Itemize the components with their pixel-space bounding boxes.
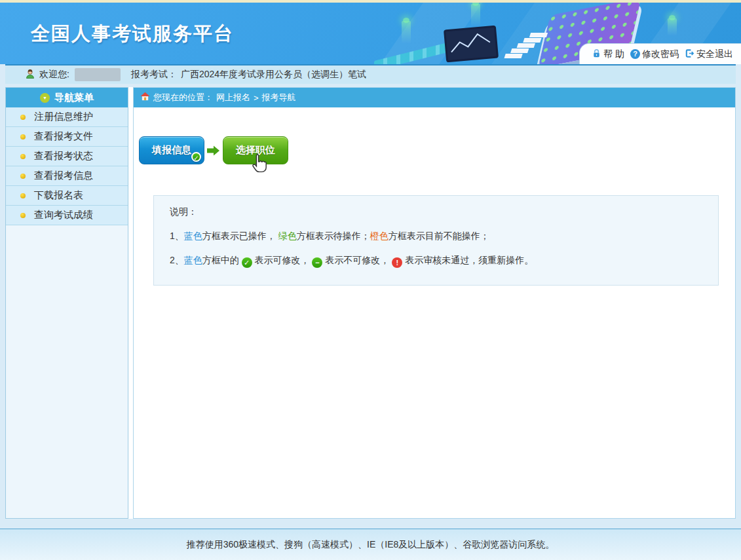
notice-text-segment: 蓝色 bbox=[184, 255, 202, 265]
change-password-label: 修改密码 bbox=[642, 48, 679, 60]
step-fill-info-label: 填报信息 bbox=[152, 144, 191, 155]
notice-text-segment: 表示可修改， bbox=[252, 255, 313, 265]
sidebar-item-view-exam-status[interactable]: 查看报考状态 bbox=[6, 147, 128, 166]
exit-icon bbox=[685, 48, 694, 60]
notice-line: 2、蓝色方框中的 表示可修改， 表示不可修改， 表示审核未通过，须重新操作。 bbox=[170, 253, 702, 268]
sidebar-item-register-info[interactable]: 注册信息维护 bbox=[6, 107, 128, 127]
footer: 推荐使用360极速模式、搜狗（高速模式）、IE（IE8及以上版本）、谷歌浏览器访… bbox=[0, 529, 741, 560]
question-circle-icon bbox=[630, 49, 640, 59]
exam-name: 广西2024年度考试录用公务员（选调生）笔试 bbox=[181, 69, 366, 81]
sidebar-item-label: 查看报考信息 bbox=[34, 170, 93, 182]
top-links-bar: 帮 助 修改密码 安全退出 bbox=[579, 43, 741, 64]
page-title: 全国人事考试服务平台 bbox=[31, 21, 234, 47]
breadcrumb-separator: > bbox=[254, 93, 259, 103]
sidebar-empty-area bbox=[6, 225, 128, 518]
notice-text-segment: 方框表示目前不能操作； bbox=[389, 231, 489, 241]
notice-text-segment: 表示审核未通过，须重新操作。 bbox=[402, 255, 533, 265]
dot-icon bbox=[20, 115, 26, 120]
welcome-greeting: 欢迎您: bbox=[39, 69, 69, 81]
logout-label: 安全退出 bbox=[696, 48, 733, 60]
hand-cursor-icon bbox=[250, 153, 269, 175]
sidebar-item-query-scores[interactable]: 查询考试成绩 bbox=[6, 206, 128, 225]
home-icon bbox=[140, 92, 150, 103]
chevron-down-circle-icon bbox=[40, 93, 50, 103]
breadcrumb: 您现在的位置： 网上报名 > 报考导航 bbox=[134, 88, 735, 107]
sidebar-title: 导航菜单 bbox=[54, 92, 94, 104]
footer-text: 推荐使用360极速模式、搜狗（高速模式）、IE（IE8及以上版本）、谷歌浏览器访… bbox=[187, 539, 555, 550]
step-fill-info-button[interactable]: 填报信息 bbox=[139, 136, 204, 164]
middle-region: 导航菜单 注册信息维护 查看报考文件 查看报考状态 查看报考信息 下载报名表 查… bbox=[5, 87, 736, 519]
step-select-position-button[interactable]: 选择职位 bbox=[223, 136, 288, 164]
illus-pillar bbox=[668, 18, 677, 35]
minus-circle-icon bbox=[312, 257, 322, 268]
alert-circle-icon bbox=[392, 257, 402, 268]
notice-text-segment: 方框中的 bbox=[202, 255, 242, 265]
person-icon bbox=[25, 69, 35, 81]
dot-icon bbox=[20, 134, 26, 140]
sidebar-item-view-exam-info[interactable]: 查看报考信息 bbox=[6, 166, 128, 186]
check-circle-icon bbox=[191, 152, 201, 162]
exam-label: 报考考试： bbox=[131, 69, 177, 81]
page: 全国人事考试服务平台 帮 助 bbox=[0, 0, 741, 560]
illus-pillar bbox=[471, 4, 480, 26]
header: 全国人事考试服务平台 帮 助 bbox=[0, 3, 741, 64]
sidebar: 导航菜单 注册信息维护 查看报考文件 查看报考状态 查看报考信息 下载报名表 查… bbox=[5, 87, 128, 519]
sidebar-item-label: 查询考试成绩 bbox=[34, 209, 93, 221]
user-name-redacted bbox=[75, 68, 121, 81]
change-password-link[interactable]: 修改密码 bbox=[630, 48, 679, 60]
help-label: 帮 助 bbox=[603, 48, 624, 60]
sidebar-item-view-exam-files[interactable]: 查看报考文件 bbox=[6, 127, 128, 147]
notice-box: 说明： 1、蓝色方框表示已操作， 绿色方框表示待操作；橙色方框表示目前不能操作；… bbox=[153, 195, 719, 286]
illus-monitor bbox=[444, 26, 499, 63]
dot-icon bbox=[20, 213, 26, 218]
notice-heading: 说明： bbox=[170, 205, 702, 218]
arrow-right-icon bbox=[207, 145, 220, 157]
breadcrumb-prefix: 您现在的位置： bbox=[153, 92, 213, 103]
sidebar-item-download-form[interactable]: 下载报名表 bbox=[6, 186, 128, 206]
notice-lines: 1、蓝色方框表示已操作， 绿色方框表示待操作；橙色方框表示目前不能操作；2、蓝色… bbox=[170, 229, 702, 268]
dot-icon bbox=[20, 174, 26, 179]
notice-text-segment: 方框表示已操作， bbox=[202, 231, 278, 241]
sidebar-header: 导航菜单 bbox=[6, 88, 128, 107]
lock-icon bbox=[592, 48, 601, 60]
notice-text-segment: 1、 bbox=[170, 231, 184, 241]
sidebar-content-divider bbox=[128, 87, 133, 519]
dot-icon bbox=[20, 193, 26, 198]
welcome-bar: 欢迎您: 报考考试：广西2024年度考试录用公务员（选调生）笔试 bbox=[5, 64, 736, 84]
notice-text-segment: 蓝色 bbox=[184, 231, 202, 241]
sidebar-item-label: 查看报考文件 bbox=[34, 130, 93, 143]
breadcrumb-current: 报考导航 bbox=[262, 92, 296, 103]
breadcrumb-link-online-signup[interactable]: 网上报名 bbox=[216, 92, 250, 103]
illus-stairs bbox=[529, 33, 548, 37]
sidebar-menu: 注册信息维护 查看报考文件 查看报考状态 查看报考信息 下载报名表 查询考试成绩 bbox=[6, 107, 128, 225]
notice-text-segment: 方框表示待操作； bbox=[297, 231, 370, 241]
logout-link[interactable]: 安全退出 bbox=[685, 48, 733, 60]
notice-text-segment: 表示不可修改， bbox=[322, 255, 392, 265]
illus-pillar bbox=[402, 21, 411, 43]
notice-line: 1、蓝色方框表示已操作， 绿色方框表示待操作；橙色方框表示目前不能操作； bbox=[170, 229, 702, 242]
sidebar-item-label: 注册信息维护 bbox=[34, 111, 93, 123]
sidebar-item-label: 查看报考状态 bbox=[34, 150, 93, 162]
dot-icon bbox=[20, 154, 26, 159]
notice-text-segment: 2、 bbox=[170, 255, 184, 265]
sidebar-item-label: 下载报名表 bbox=[34, 189, 83, 202]
main-content: 您现在的位置： 网上报名 > 报考导航 填报信息 选择职位 bbox=[133, 87, 736, 519]
check-circle-icon bbox=[242, 257, 252, 268]
step-flow: 填报信息 选择职位 bbox=[139, 136, 735, 164]
notice-text-segment: 橙色 bbox=[370, 231, 389, 241]
notice-text-segment: 绿色 bbox=[278, 231, 297, 241]
help-link[interactable]: 帮 助 bbox=[592, 48, 624, 60]
